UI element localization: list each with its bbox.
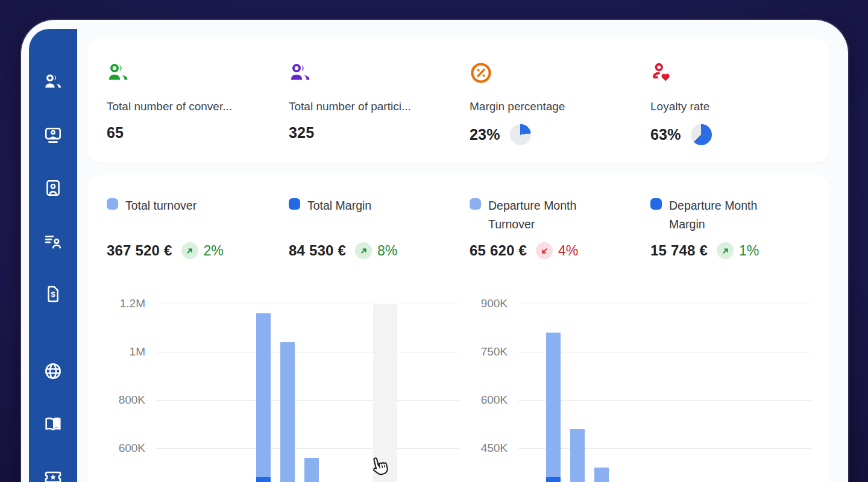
- gridline: [518, 304, 811, 304]
- legend-swatch-total-turnover: [107, 198, 118, 210]
- percent-icon: [470, 61, 492, 84]
- sidebar-item-present[interactable]: [43, 125, 63, 145]
- kpi-value: 63%: [650, 126, 681, 143]
- turnover-bar[interactable]: [280, 342, 295, 482]
- legend-label: Departure Month Margin: [669, 196, 784, 235]
- turnover-bar[interactable]: [546, 333, 561, 482]
- turnover-bar[interactable]: [570, 429, 585, 482]
- trend-percent: 4%: [558, 243, 578, 259]
- dashboard-screen: { "colors": { "outer_bg": "#1c1950", "wi…: [0, 0, 868, 482]
- co-present-icon: [43, 125, 63, 145]
- sidebar-item-tickets[interactable]: [43, 468, 63, 482]
- gridline: [156, 304, 459, 304]
- legend-label: Total Margin: [307, 196, 371, 235]
- margin-bar[interactable]: [546, 477, 561, 482]
- metric-departure-margin: Departure Month Margin 15 748 € 1%: [650, 196, 810, 259]
- kpi-value: 65: [107, 124, 124, 142]
- app-window: $ To: [21, 20, 848, 482]
- charts-card: Total turnover 367 520 € 2% Total Margin…: [87, 175, 829, 482]
- plot-area[interactable]: [518, 283, 811, 482]
- metric-legend-row: Total turnover 367 520 € 2% Total Margin…: [87, 175, 829, 259]
- kpi-margin-percentage: Margin percentage 23%: [470, 61, 650, 145]
- metric-total-margin: Total Margin 84 530 € 8%: [289, 196, 470, 259]
- portrait-card-icon: [43, 178, 63, 198]
- turnover-bar[interactable]: [256, 313, 271, 482]
- turnover-bar[interactable]: [304, 458, 319, 482]
- person-list-icon: [43, 231, 63, 251]
- y-axis-label: 450K: [469, 442, 508, 455]
- svg-text:$: $: [51, 290, 55, 299]
- plot-area[interactable]: [156, 283, 459, 482]
- charts-row: 1.2M1M800K600K 900K750K600K450K: [107, 283, 811, 482]
- metric-value: 84 530 €: [289, 242, 346, 259]
- kpi-value: 23%: [470, 126, 500, 143]
- legend-label: Total turnover: [125, 196, 197, 235]
- trend-up-icon: [355, 242, 372, 259]
- y-axis-label: 750K: [469, 345, 508, 358]
- metric-value: 65 620 €: [470, 242, 527, 259]
- trend-percent: 2%: [204, 243, 224, 259]
- gridline: [156, 352, 459, 352]
- trend-down-icon: [536, 242, 553, 259]
- kpi-total-participants: Total number of partici... 325: [289, 61, 470, 145]
- gridline: [156, 400, 459, 401]
- globe-icon: [43, 362, 63, 381]
- loyalty-pie-chart: [691, 124, 712, 145]
- y-axis-label: 900K: [469, 297, 508, 310]
- sidebar-item-profiles[interactable]: [43, 178, 63, 198]
- gridline: [156, 448, 459, 449]
- margin-bar[interactable]: [256, 477, 271, 482]
- trend-percent: 8%: [377, 243, 397, 259]
- kpi-label: Total number of partici...: [289, 100, 470, 113]
- group-icon: [43, 72, 63, 92]
- margin-pie-chart: [510, 124, 531, 145]
- metric-value: 367 520 €: [107, 242, 172, 259]
- turnover-margin-bar-chart[interactable]: 1.2M1M800K600K: [107, 283, 459, 482]
- gridline: [518, 400, 811, 401]
- sidebar: $: [29, 29, 77, 482]
- y-axis-label: 600K: [107, 442, 145, 455]
- sidebar-item-leads[interactable]: [43, 231, 63, 251]
- y-axis-label: 800K: [107, 393, 145, 407]
- kpi-value: 325: [289, 124, 314, 142]
- metric-total-turnover: Total turnover 367 520 € 2%: [107, 196, 289, 259]
- trend-up-icon: [717, 242, 734, 259]
- legend-label: Departure Month Turnover: [488, 196, 603, 235]
- departure-month-bar-chart[interactable]: 900K750K600K450K: [469, 283, 811, 482]
- metric-value: 15 748 €: [650, 242, 708, 259]
- gridline: [518, 352, 811, 352]
- trend-percent: 1%: [739, 243, 759, 259]
- kpi-total-conversions: Total number of conver... 65: [107, 61, 289, 145]
- ticket-icon: [43, 468, 63, 482]
- turnover-bar[interactable]: [594, 468, 609, 482]
- sidebar-item-catalog[interactable]: [43, 415, 63, 434]
- group-icon: [289, 61, 312, 84]
- sidebar-item-invoices[interactable]: $: [43, 284, 63, 304]
- y-axis-label: 1.2M: [107, 297, 145, 310]
- person-heart-icon: [650, 61, 673, 84]
- gridline: [518, 448, 811, 449]
- legend-swatch-departure-turnover: [470, 198, 481, 210]
- kpi-label: Total number of conver...: [107, 100, 289, 113]
- metric-departure-turnover: Departure Month Turnover 65 620 € 4%: [470, 196, 650, 259]
- kpi-label: Margin percentage: [470, 100, 650, 113]
- sidebar-item-web[interactable]: [43, 362, 63, 381]
- group-icon: [107, 61, 130, 84]
- hovered-column-highlight: [373, 304, 397, 482]
- y-axis-label: 600K: [469, 393, 508, 407]
- kpi-loyalty-rate: Loyalty rate 63%: [650, 61, 810, 145]
- book-icon: [43, 415, 63, 434]
- invoice-icon: $: [43, 284, 63, 304]
- kpi-card: Total number of conver... 65 Total numbe…: [87, 39, 829, 163]
- legend-swatch-departure-margin: [650, 198, 662, 210]
- trend-up-icon: [181, 242, 198, 259]
- kpi-grid: Total number of conver... 65 Total numbe…: [87, 39, 829, 145]
- y-axis-label: 1M: [107, 345, 145, 358]
- sidebar-item-contacts[interactable]: [43, 72, 63, 92]
- kpi-label: Loyalty rate: [650, 100, 810, 113]
- legend-swatch-total-margin: [289, 198, 300, 210]
